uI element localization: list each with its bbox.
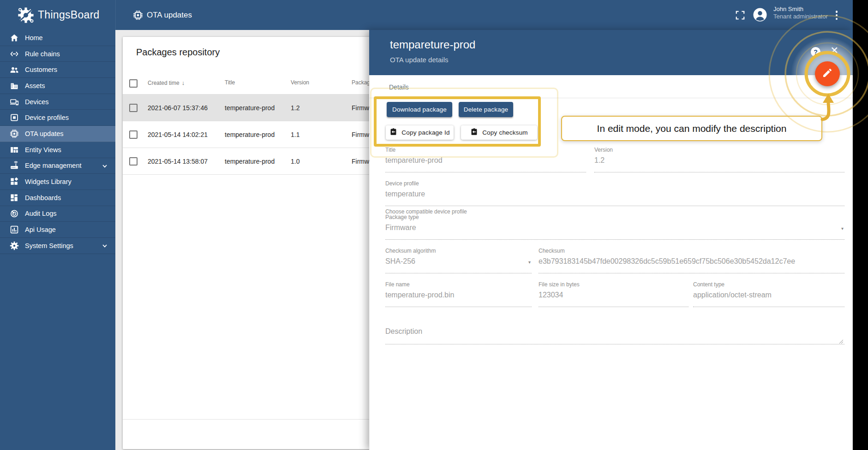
sidebar-item-ota-updates[interactable]: OTA updates <box>0 126 115 142</box>
description-field: Description <box>385 323 844 344</box>
top-bar: ThingsBoard OTA updates John Smith Tenan… <box>0 0 868 30</box>
row-checkbox[interactable] <box>129 157 138 166</box>
system-settings-icon <box>10 241 19 250</box>
customers-icon <box>10 65 19 74</box>
dropdown-caret-icon: ▾ <box>528 260 531 265</box>
cell-created-time: 2021-06-07 15:37:46 <box>148 104 208 112</box>
cell-created-time: 2021-05-14 13:58:07 <box>148 158 208 165</box>
select-all-checkbox[interactable] <box>129 79 138 88</box>
sidebar-item-audit-logs[interactable]: Audit Logs <box>0 206 115 222</box>
sort-desc-icon: ↓ <box>182 79 185 86</box>
column-version[interactable]: Version <box>291 79 309 86</box>
file-name-field: File name temperature-prod.bin <box>385 281 532 307</box>
sidebar-item-widgets-library[interactable]: Widgets Library <box>0 174 115 190</box>
api-usage-icon <box>10 225 19 234</box>
row-checkbox[interactable] <box>129 130 138 139</box>
sidebar-item-customers[interactable]: Customers <box>0 62 115 78</box>
device-profiles-icon <box>10 113 19 122</box>
cell-version: 1.2 <box>291 104 299 112</box>
drawer-title: tempareture-prod <box>390 38 475 51</box>
entity-views-icon <box>10 145 19 154</box>
audit-logs-icon <box>10 209 19 218</box>
sidebar-item-system-settings[interactable]: System Settings <box>0 238 115 254</box>
rule-chains-icon <box>10 49 19 59</box>
annotation-highlight-box <box>374 96 541 147</box>
brand[interactable]: ThingsBoard <box>0 0 115 30</box>
brand-name: ThingsBoard <box>38 9 100 21</box>
sidebar-item-label: Device profiles <box>25 114 69 121</box>
drawer-subtitle: OTA update details <box>390 56 448 64</box>
sidebar-item-label: Home <box>25 34 43 41</box>
version-field: Version 1.2 <box>594 147 844 172</box>
checksum-algorithm-field: Checksum algorithm SHA-256 ▾ <box>385 248 532 273</box>
sidebar-item-rule-chains[interactable]: Rule chains <box>0 46 115 62</box>
file-size-field: File size in bytes 123034 <box>539 281 688 307</box>
annotation-arrow-icon <box>803 90 854 126</box>
sidebar-item-label: Devices <box>25 98 49 106</box>
sidebar-item-dashboards[interactable]: Dashboards <box>0 190 115 206</box>
sidebar-item-label: Entity Views <box>25 146 61 154</box>
ota-updates-icon <box>10 129 19 138</box>
packages-title: Packages repository <box>136 47 220 58</box>
ota-updates-icon <box>133 10 143 20</box>
page-title: OTA updates <box>147 11 192 20</box>
content-type-field: Content type application/octet-stream <box>693 281 844 307</box>
widgets-library-icon <box>10 177 19 186</box>
row-checkbox[interactable] <box>129 104 138 112</box>
cell-created-time: 2021-05-14 14:02:21 <box>148 131 208 138</box>
resize-handle-icon[interactable] <box>839 338 844 342</box>
cell-title: temperature-prod <box>225 158 275 165</box>
sidebar-item-label: Customers <box>25 66 57 73</box>
chevron-down-icon <box>102 163 108 169</box>
sidebar-item-label: Widgets Library <box>25 178 72 185</box>
sidebar-item-devices[interactable]: Devices <box>0 94 115 110</box>
cell-title: temperature-prod <box>225 131 275 138</box>
sidebar-item-label: Dashboards <box>25 194 61 201</box>
cell-title: temperature-prod <box>225 104 275 112</box>
sidebar-item-label: Api Usage <box>25 226 56 233</box>
device-profile-field: Device profile temperature <box>385 180 844 206</box>
sidebar-item-label: Rule chains <box>25 50 60 58</box>
sidebar-item-device-profiles[interactable]: Device profiles <box>0 110 115 126</box>
sidebar: HomeRule chainsCustomersAssetsDevicesDev… <box>0 30 115 450</box>
sidebar-item-label: OTA updates <box>25 130 64 137</box>
cell-version: 1.0 <box>291 158 299 165</box>
sidebar-item-entity-views[interactable]: Entity Views <box>0 142 115 158</box>
fullscreen-icon[interactable] <box>735 10 745 20</box>
dashboards-icon <box>10 193 19 202</box>
package-type-field: Package type Firmware ▾ <box>385 214 844 240</box>
sidebar-item-label: Edge management <box>25 162 82 169</box>
checksum-field: Checksum e3b793183145b47fde00298326dc5c5… <box>539 248 844 273</box>
column-created-time[interactable]: Created time↓ <box>148 79 185 86</box>
sidebar-item-home[interactable]: Home <box>0 30 115 46</box>
devices-icon <box>10 97 19 107</box>
chevron-down-icon <box>102 243 108 249</box>
dropdown-caret-icon: ▾ <box>841 226 844 231</box>
page-header: OTA updates <box>115 0 192 30</box>
sidebar-item-label: Audit Logs <box>25 210 57 217</box>
column-title[interactable]: Title <box>225 79 235 86</box>
sidebar-item-label: System Settings <box>25 242 73 249</box>
cell-version: 1.1 <box>291 131 299 138</box>
sidebar-item-assets[interactable]: Assets <box>0 78 115 94</box>
edge-management-icon <box>10 161 19 170</box>
sidebar-item-edge-management[interactable]: Edge management <box>0 158 115 174</box>
assets-icon <box>10 81 19 90</box>
sidebar-item-label: Assets <box>25 82 45 89</box>
app-root: ThingsBoard OTA updates John Smith Tenan… <box>0 0 868 450</box>
home-icon <box>10 33 19 42</box>
sidebar-item-api-usage[interactable]: Api Usage <box>0 222 115 238</box>
thingsboard-logo-icon <box>17 6 35 24</box>
